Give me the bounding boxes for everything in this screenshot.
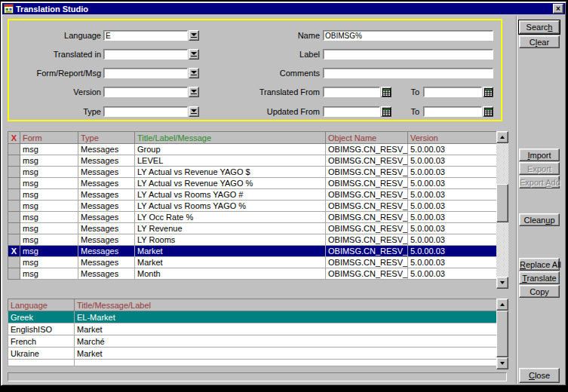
cell-title: Market bbox=[135, 257, 326, 268]
table-row[interactable]: msgMessagesLY RevenueOBIMSG.CN_RESV_PACE… bbox=[8, 223, 497, 234]
updated-from-input[interactable] bbox=[323, 106, 380, 117]
table-row[interactable]: msgMessagesLY Actual vs Revenue YAGO $OB… bbox=[8, 167, 497, 178]
table-row[interactable]: msgMessagesLY Actual vs Rooms YAGO %OBIM… bbox=[8, 201, 497, 212]
form-report-msg-label: Form/Report/Msg bbox=[26, 69, 101, 78]
scroll-up-button[interactable] bbox=[496, 299, 508, 311]
calendar-icon bbox=[484, 88, 493, 96]
cleanup-button[interactable]: Cleanup bbox=[519, 213, 560, 226]
version-dropdown-button[interactable] bbox=[189, 87, 199, 97]
form-report-msg-input[interactable] bbox=[103, 68, 188, 78]
scroll-down-button[interactable] bbox=[496, 277, 508, 289]
form-report-msg-dropdown-button[interactable] bbox=[189, 68, 199, 78]
updated-to-input[interactable] bbox=[423, 106, 482, 117]
button-label: h bbox=[548, 23, 552, 32]
translated-from-input[interactable] bbox=[323, 87, 380, 97]
cell-object-name: OBIMSG.CN_RESV_PACE bbox=[326, 223, 408, 234]
scrollbar-thumb[interactable] bbox=[496, 311, 508, 357]
scroll-up-icon bbox=[500, 136, 505, 139]
column-header-title-message-label: Title/Message/Label bbox=[75, 299, 497, 311]
close-button[interactable]: Close bbox=[519, 368, 560, 383]
dropdown-bar-icon bbox=[191, 93, 197, 94]
table-row[interactable]: msgMessagesLY Occ Rate %OBIMSG.CN_RESV_P… bbox=[8, 212, 497, 223]
column-header-type: Type bbox=[78, 132, 135, 144]
scroll-up-button[interactable] bbox=[496, 131, 508, 143]
column-header-form: Form bbox=[20, 132, 78, 144]
row-marker-cell bbox=[8, 144, 20, 155]
table-row[interactable]: UkraineMarket bbox=[8, 348, 497, 360]
translated-in-input[interactable] bbox=[103, 49, 188, 60]
titlebar[interactable]: Translation Studio × bbox=[2, 3, 565, 14]
table-row[interactable]: msgMessagesLY Actual vs Rooms YAGO #OBIM… bbox=[8, 189, 497, 201]
table-row[interactable]: msgMessagesMonthOBIMSG.CN_RESV_PACE5.0.0… bbox=[8, 268, 497, 280]
cell-object-name: OBIMSG.CN_RESV_PACE bbox=[326, 257, 408, 268]
cell-title: LY Actual vs Revenue YAGO $ bbox=[135, 167, 326, 178]
table-row[interactable]: FrenchMarché bbox=[8, 335, 497, 348]
replace-all-button[interactable]: Replace All bbox=[519, 258, 560, 271]
table-row[interactable]: msgMessagesLEVELOBIMSG.CN_RESV_PACE5.0.0… bbox=[8, 155, 497, 167]
scroll-down-button[interactable] bbox=[496, 357, 508, 369]
clear-button[interactable]: Clear bbox=[519, 35, 560, 48]
cell-version: 5.0.00.03 bbox=[408, 201, 497, 212]
cell-title: LY Actual vs Rooms YAGO # bbox=[135, 189, 326, 201]
scroll-down-icon bbox=[500, 281, 505, 284]
main-grid-scrollbar[interactable] bbox=[496, 131, 508, 289]
name-input[interactable] bbox=[323, 30, 493, 41]
row-marker-cell bbox=[8, 234, 20, 246]
button-label: C bbox=[530, 38, 536, 47]
language-dropdown-button[interactable] bbox=[189, 30, 199, 41]
table-row[interactable] bbox=[8, 360, 497, 366]
dropdown-bar-icon bbox=[191, 75, 197, 75]
cell-translation: Marché bbox=[75, 335, 497, 348]
dropdown-arrow-icon bbox=[191, 52, 197, 55]
translated-to-input[interactable] bbox=[423, 87, 482, 97]
cell-type: Messages bbox=[78, 144, 135, 155]
cell-form: msg bbox=[20, 268, 78, 280]
translations-grid-scrollbar[interactable] bbox=[496, 299, 508, 369]
cell-title: LY Actual vs Revenue YAGO % bbox=[135, 178, 326, 189]
cell-type: Messages bbox=[78, 246, 135, 257]
cell-form: msg bbox=[20, 178, 78, 189]
search-button[interactable]: Search bbox=[519, 20, 560, 34]
type-input[interactable] bbox=[103, 106, 188, 117]
translated-to-calendar-button[interactable] bbox=[483, 87, 493, 97]
copy-button[interactable]: Copy bbox=[519, 285, 560, 298]
cell-translation: EL-Market bbox=[75, 311, 497, 323]
label-input[interactable] bbox=[323, 49, 493, 60]
translated-from-calendar-button[interactable] bbox=[381, 87, 391, 97]
type-dropdown-button[interactable] bbox=[189, 106, 199, 117]
comments-label: Comments bbox=[244, 69, 320, 78]
import-button[interactable]: Import bbox=[519, 149, 560, 161]
dropdown-arrow-icon bbox=[191, 90, 197, 93]
table-row[interactable]: msgMessagesLY Actual vs Revenue YAGO %OB… bbox=[8, 178, 497, 189]
updated-from-calendar-button[interactable] bbox=[381, 106, 391, 117]
cell-translation: Market bbox=[75, 348, 497, 360]
row-marker-cell bbox=[8, 257, 20, 268]
scrollbar-thumb[interactable] bbox=[496, 184, 508, 222]
table-row[interactable]: EnglishISOMarket bbox=[8, 323, 497, 335]
table-row[interactable]: msgMessagesLY RoomsOBIMSG.CN_RESV_PACE5.… bbox=[8, 234, 497, 246]
cell-object-name: OBIMSG.CN_RESV_PACE bbox=[326, 178, 408, 189]
button-label: Clean bbox=[524, 216, 546, 225]
table-row-selected[interactable]: XmsgMessagesMarketOBIMSG.CN_RESV_PACE5.0… bbox=[8, 246, 497, 257]
translated-in-dropdown-button[interactable] bbox=[189, 49, 199, 60]
table-row[interactable]: msgMessagesMarketOBIMSG.CN_RESV_PACE5.0.… bbox=[8, 257, 497, 268]
language-input[interactable] bbox=[103, 30, 188, 41]
comments-input[interactable] bbox=[323, 68, 493, 78]
translate-button[interactable]: Translate bbox=[519, 271, 560, 284]
button-label: Export bbox=[527, 164, 551, 173]
close-icon[interactable]: × bbox=[553, 4, 563, 14]
cell-type: Messages bbox=[78, 189, 135, 201]
language-label: Language bbox=[33, 31, 101, 41]
row-marker-cell bbox=[8, 155, 20, 167]
cell-form: msg bbox=[20, 189, 78, 201]
table-row[interactable]: msgMessagesGroupOBIMSG.CN_RESV_PACE5.0.0… bbox=[8, 144, 497, 155]
scrollbar-track[interactable] bbox=[496, 143, 508, 277]
cell-version: 5.0.00.03 bbox=[408, 144, 497, 155]
updated-to-calendar-button[interactable] bbox=[483, 106, 493, 117]
table-row-selected[interactable]: GreekEL-Market bbox=[8, 311, 497, 323]
scrollbar-track[interactable] bbox=[496, 311, 508, 357]
version-input[interactable] bbox=[103, 87, 188, 97]
cell-type: Messages bbox=[78, 223, 135, 234]
column-header-object-name: Object Name bbox=[326, 132, 408, 144]
row-marker-cell bbox=[8, 201, 20, 212]
